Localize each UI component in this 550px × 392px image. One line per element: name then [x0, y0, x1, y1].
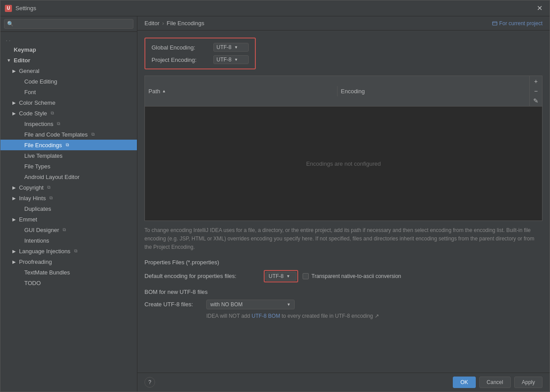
color-scheme-chevron: ▶: [11, 99, 17, 106]
global-encoding-label: Global Encoding:: [152, 44, 209, 51]
empty-message: Encodings are not configured: [306, 160, 381, 167]
font-label: Font: [24, 89, 36, 95]
android-layout-label: Android Layout Editor: [24, 174, 80, 180]
textmate-label: TextMate Bundles: [24, 269, 70, 276]
project-link[interactable]: For current project: [492, 20, 542, 27]
sidebar-item-code-style[interactable]: ▶ Code Style ⧉: [0, 108, 137, 118]
sidebar-item-keymap[interactable]: Keymap: [0, 44, 137, 55]
sidebar: . . Keymap ▼ Editor ▶ General Code Editi…: [0, 16, 137, 392]
cancel-button[interactable]: Cancel: [479, 377, 511, 388]
bom-note: IDEA will NOT add UTF-8 BOM to every cre…: [144, 313, 542, 319]
gui-designer-copy-icon: ⧉: [61, 226, 68, 233]
sidebar-item-inspections[interactable]: Inspections ⧉: [0, 118, 137, 129]
bom-note-prefix: IDEA will NOT add: [206, 313, 251, 319]
sidebar-item-gui-designer[interactable]: GUI Designer ⧉: [0, 225, 137, 235]
dots-label: . .: [6, 36, 11, 42]
sort-arrow-icon: ▲: [162, 89, 166, 93]
color-scheme-label: Color Scheme: [19, 99, 55, 106]
inlay-hints-label: Inlay Hints: [19, 195, 46, 202]
apply-button[interactable]: Apply: [514, 377, 542, 388]
sidebar-item-code-editing[interactable]: Code Editing: [0, 76, 137, 87]
sidebar-item-todo[interactable]: TODO: [0, 278, 137, 288]
inlay-hints-copy-icon: ⧉: [48, 194, 55, 202]
path-col-label: Path: [148, 88, 160, 95]
project-encoding-arrow: ▼: [234, 57, 238, 62]
copyright-copy-icon: ⧉: [46, 184, 53, 191]
bom-select[interactable]: with NO BOM ▼: [206, 300, 295, 309]
titlebar: U Settings ✕: [0, 0, 550, 16]
bom-section-title: BOM for new UTF-8 files: [144, 289, 542, 295]
sidebar-item-inlay-hints[interactable]: ▶ Inlay Hints ⧉: [0, 193, 137, 203]
bom-select-value: with NO BOM: [210, 301, 243, 308]
breadcrumb-parent: Editor: [144, 20, 159, 27]
transparent-label: Transparent native-to-ascii conversion: [311, 273, 401, 279]
general-chevron: ▶: [11, 68, 17, 74]
close-button[interactable]: ✕: [534, 3, 545, 13]
transparent-checkbox[interactable]: [303, 273, 309, 279]
info-paragraph: To change encoding IntelliJ IDEA uses fo…: [144, 226, 542, 252]
lang-inject-label: Language Injections: [19, 248, 70, 255]
emmet-label: Emmet: [19, 216, 37, 223]
props-encoding-select[interactable]: UTF-8 ▼: [266, 272, 296, 281]
copyright-chevron: ▶: [11, 184, 17, 190]
todo-label: TODO: [24, 280, 41, 286]
project-link-text: For current project: [499, 20, 542, 27]
search-input[interactable]: [4, 19, 133, 29]
sidebar-item-general[interactable]: ▶ General: [0, 65, 137, 76]
project-encoding-value: UTF-8: [216, 57, 231, 63]
inlay-hints-chevron: ▶: [11, 195, 17, 201]
settings-content: Global Encoding: UTF-8 ▼ Project Encodin…: [137, 30, 550, 373]
sidebar-item-file-types[interactable]: File Types: [0, 161, 137, 171]
props-encoding-box: UTF-8 ▼: [264, 270, 298, 282]
sidebar-item-language-injections[interactable]: ▶ Language Injections ⧉: [0, 246, 137, 256]
sidebar-item-file-code-templates[interactable]: File and Code Templates ⧉: [0, 129, 137, 140]
inspections-copy-icon: ⧉: [55, 120, 62, 127]
edit-row-button[interactable]: ✎: [531, 96, 540, 105]
sidebar-item-dots: . .: [0, 34, 137, 44]
sidebar-item-file-encodings[interactable]: File Encodings ⧉: [0, 140, 137, 150]
path-table-container: Path ▲ Encoding + − ✎ Encodings: [144, 76, 542, 221]
duplicates-label: Duplicates: [24, 206, 51, 212]
project-encoding-label: Project Encoding:: [152, 57, 209, 63]
sidebar-item-color-scheme[interactable]: ▶ Color Scheme: [0, 97, 137, 108]
lang-inject-chevron: ▶: [11, 248, 17, 254]
sidebar-item-android-layout[interactable]: Android Layout Editor: [0, 171, 137, 182]
encoding-col-header: Encoding: [338, 86, 530, 96]
sidebar-item-intentions[interactable]: Intentions: [0, 235, 137, 246]
breadcrumb-current: File Encodings: [167, 20, 204, 27]
svg-rect-0: [493, 22, 497, 25]
add-row-button[interactable]: +: [531, 77, 540, 86]
remove-row-button[interactable]: −: [531, 87, 540, 95]
info-text-content: To change encoding IntelliJ IDEA uses fo…: [144, 227, 534, 250]
sidebar-item-emmet[interactable]: ▶ Emmet: [0, 214, 137, 225]
inspections-label: Inspections: [24, 121, 53, 127]
encoding-col-label: Encoding: [341, 88, 365, 95]
emmet-chevron: ▶: [11, 216, 17, 222]
sidebar-item-editor[interactable]: ▼ Editor: [0, 55, 137, 65]
proofreading-label: Proofreading: [19, 259, 52, 265]
editor-label: Editor: [14, 57, 30, 64]
project-encoding-select[interactable]: UTF-8 ▼: [213, 55, 249, 64]
ok-button[interactable]: OK: [453, 377, 475, 388]
table-body: Encodings are not configured: [144, 106, 542, 221]
copyright-label: Copyright: [19, 184, 44, 191]
sidebar-item-proofreading[interactable]: ▶ Proofreading: [0, 256, 137, 267]
code-style-copy-icon: ⧉: [49, 110, 56, 117]
sidebar-item-font[interactable]: Font: [0, 87, 137, 97]
help-button[interactable]: ?: [144, 377, 155, 388]
project-encoding-row: Project Encoding: UTF-8 ▼: [152, 55, 249, 64]
sidebar-item-duplicates[interactable]: Duplicates: [0, 203, 137, 214]
sidebar-item-textmate[interactable]: TextMate Bundles: [0, 267, 137, 278]
settings-dialog: U Settings ✕ . . Keymap ▼ Editor: [0, 0, 550, 392]
sidebar-tree: . . Keymap ▼ Editor ▶ General Code Editi…: [0, 32, 137, 392]
transparent-conversion-row: Transparent native-to-ascii conversion: [303, 273, 401, 279]
app-icon: U: [5, 5, 12, 12]
sidebar-item-live-templates[interactable]: Live Templates: [0, 150, 137, 161]
bom-row: Create UTF-8 files: with NO BOM ▼: [144, 300, 542, 309]
dialog-footer: ? OK Cancel Apply: [137, 373, 550, 392]
global-encoding-select[interactable]: UTF-8 ▼: [213, 43, 249, 52]
encoding-box: Global Encoding: UTF-8 ▼ Project Encodin…: [144, 38, 256, 69]
sidebar-item-copyright[interactable]: ▶ Copyright ⧉: [0, 182, 137, 193]
props-encoding-value: UTF-8: [269, 273, 284, 279]
global-encoding-row: Global Encoding: UTF-8 ▼: [152, 43, 249, 52]
